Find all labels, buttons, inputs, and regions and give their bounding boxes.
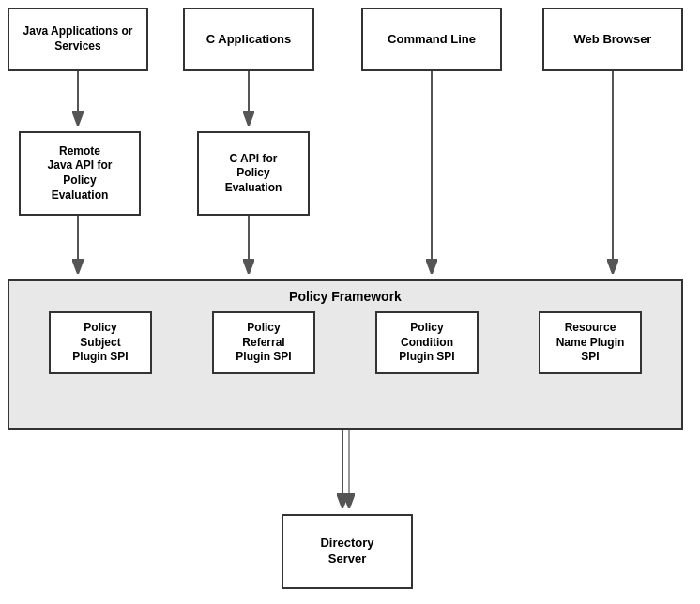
web-browser-box: Web Browser — [542, 8, 683, 71]
resource-spi-box: ResourceName PluginSPI — [539, 311, 642, 374]
command-line-box: Command Line — [361, 8, 502, 71]
c-app-box: C Applications — [183, 8, 314, 71]
condition-spi-box: PolicyConditionPlugin SPI — [375, 311, 479, 374]
java-app-box: Java Applications orServices — [8, 8, 148, 71]
policy-framework-box: Policy Framework PolicySubjectPlugin SPI… — [8, 279, 683, 430]
directory-server-box: DirectoryServer — [282, 514, 413, 589]
referral-spi-box: PolicyReferralPlugin SPI — [212, 311, 315, 374]
framework-label: Policy Framework — [9, 289, 681, 304]
java-api-box: RemoteJava API forPolicyEvaluation — [19, 131, 141, 216]
c-api-box: C API forPolicyEvaluation — [197, 131, 310, 216]
subject-spi-box: PolicySubjectPlugin SPI — [49, 311, 152, 374]
architecture-diagram: Java Applications orServices C Applicati… — [0, 0, 700, 604]
